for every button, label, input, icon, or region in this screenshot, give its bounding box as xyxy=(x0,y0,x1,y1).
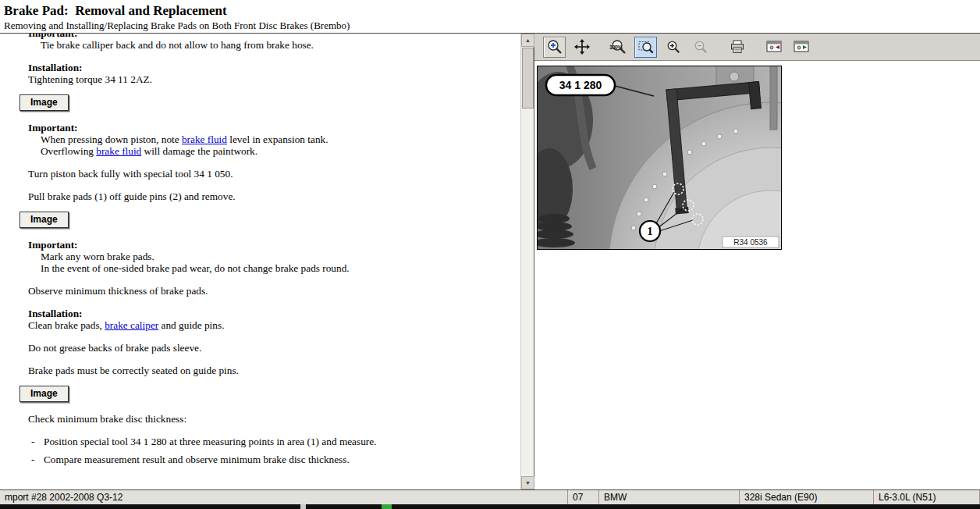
doc-heading: Important: xyxy=(28,239,520,251)
figure-toolbar: 100% xyxy=(534,34,980,61)
zoom-in-icon xyxy=(547,39,563,55)
document-content: Important:Tie brake calliper back and do… xyxy=(0,34,520,489)
print-icon xyxy=(730,39,745,55)
status-document: mport #28 2002-2008 Q3-12 xyxy=(0,490,568,504)
taskbar-segment xyxy=(300,504,306,509)
doc-paragraph: When pressing down piston, note brake fl… xyxy=(41,133,520,145)
doc-paragraph: Turn piston back fully with special tool… xyxy=(28,168,520,180)
up-arrow-icon: ▲ xyxy=(525,37,531,43)
status-make: BMW xyxy=(599,490,740,504)
previous-image-icon xyxy=(765,39,783,55)
doc-heading: Installation: xyxy=(28,62,520,73)
print-button[interactable] xyxy=(726,37,748,58)
doc-heading: Important: xyxy=(28,34,520,39)
doc-link[interactable]: brake caliper xyxy=(105,319,158,331)
doc-paragraph: Tightening torque 34 11 2AZ. xyxy=(28,73,520,85)
image-button[interactable]: Image xyxy=(20,212,69,228)
zoom-out-button[interactable] xyxy=(689,37,712,58)
doc-link[interactable]: brake fluid xyxy=(96,145,141,157)
taskbar-strip xyxy=(0,504,980,509)
zoom-in-button[interactable] xyxy=(543,37,566,58)
list-bullet: - xyxy=(31,454,44,465)
doc-paragraph: -Position special tool 34 1 280 at three… xyxy=(31,436,520,447)
document-header: Brake Pad: Removal and Replacement Remov… xyxy=(0,0,980,34)
pan-button[interactable] xyxy=(570,37,593,58)
previous-image-button[interactable] xyxy=(762,37,785,58)
list-bullet: - xyxy=(31,436,44,447)
doc-paragraph: Clean brake pads, brake caliper and guid… xyxy=(28,319,520,331)
status-code: 07 xyxy=(568,490,599,504)
doc-paragraph: Mark any worn brake pads. xyxy=(41,251,520,262)
zoom-100-label: 100% xyxy=(609,44,622,50)
next-image-icon xyxy=(793,39,810,55)
image-button[interactable]: Image xyxy=(20,94,69,111)
page-title: Brake Pad: Removal and Replacement xyxy=(4,2,980,19)
figure-pane: 100% xyxy=(534,34,980,489)
zoom-selection-icon xyxy=(638,39,654,55)
scrollbar-thumb[interactable] xyxy=(522,48,534,109)
doc-link[interactable]: brake fluid xyxy=(182,133,227,145)
image-button[interactable]: Image xyxy=(20,386,69,402)
zoom-in-small-button[interactable] xyxy=(662,37,684,58)
doc-paragraph: Overflowing brake fluid will damage the … xyxy=(41,145,520,157)
doc-paragraph: Pull brake pads (1) off guide pins (2) a… xyxy=(28,190,520,202)
zoom-100-button[interactable]: 100% xyxy=(607,37,630,58)
doc-paragraph: Do not grease backs of brake pads sleeve… xyxy=(28,342,520,354)
doc-paragraph: -Compare measurement result and observe … xyxy=(31,454,520,465)
doc-heading: Installation: xyxy=(28,308,520,319)
next-image-button[interactable] xyxy=(790,37,812,58)
zoom-selection-button[interactable] xyxy=(634,37,657,58)
zoom-out-icon xyxy=(693,39,708,55)
doc-paragraph: In the event of one-sided brake pad wear… xyxy=(41,262,520,274)
callout-number: 1 xyxy=(648,226,653,237)
document-pane: Important:Tie brake calliper back and do… xyxy=(0,34,534,489)
figure-area: 34 1 280 1 xyxy=(534,61,980,250)
status-bar: mport #28 2002-2008 Q3-12 07 BMW 328i Se… xyxy=(0,489,980,504)
doc-heading: Important: xyxy=(28,122,520,133)
status-engine: L6-3.0L (N51) xyxy=(874,490,980,504)
status-model: 328i Sedan (E90) xyxy=(740,490,874,504)
zoom-in-small-icon xyxy=(666,39,681,55)
tool-label-text: 34 1 280 xyxy=(559,79,602,91)
doc-paragraph: Tie brake calliper back and do not allow… xyxy=(41,39,520,51)
figure-reference-text: R34 0536 xyxy=(733,238,768,247)
brake-disc-figure: 34 1 280 1 xyxy=(537,66,782,250)
page-subtitle: Removing and Installing/Replacing Brake … xyxy=(4,20,980,32)
pan-icon xyxy=(574,39,590,55)
doc-paragraph: Observe minimum thickness of brake pads. xyxy=(28,285,520,297)
taskbar-segment xyxy=(382,504,392,509)
scroll-down-button[interactable]: ▼ xyxy=(521,476,534,489)
doc-paragraph: Check minimum brake disc thickness: xyxy=(28,413,520,425)
figure-reference: R34 0536 xyxy=(723,237,779,247)
scroll-up-button[interactable]: ▲ xyxy=(521,34,534,47)
vertical-scrollbar[interactable]: ▲ ▼ xyxy=(520,34,534,489)
app-window: Brake Pad: Removal and Replacement Remov… xyxy=(0,0,980,509)
down-arrow-icon: ▼ xyxy=(525,480,531,486)
doc-paragraph: Brake pads must be correctly seated on g… xyxy=(28,365,520,376)
